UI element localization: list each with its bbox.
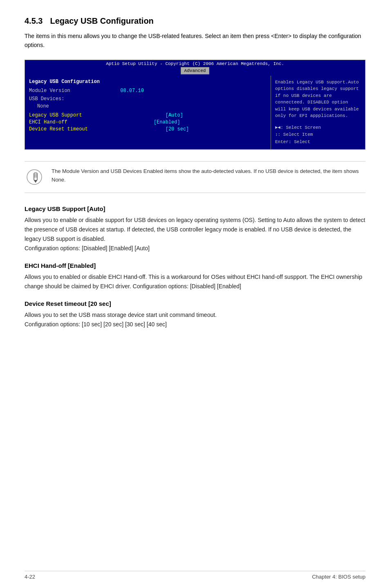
bios-item-device-reset: Device Reset timeout[20 sec] [29, 126, 267, 132]
subsection-body-legacy-usb: Allows you to enable or disable support … [25, 215, 365, 253]
section-heading: 4.5.3Legacy USB Configuration [25, 16, 365, 26]
subsection-body-device-reset: Allows you to set the USB mass storage d… [25, 310, 365, 329]
bios-screenshot: Aptio Setup Utility - Copyright (C) 2006… [25, 60, 365, 150]
bios-content: Legacy USB Configuration Module Version … [25, 76, 365, 149]
bios-nav: ►◄: Select Screen ↕: Select Item Enter: … [275, 124, 361, 146]
note-icon [25, 167, 44, 187]
svg-marker-2 [34, 180, 37, 183]
bios-item-module-version: Module Version 08.07.10 [29, 88, 267, 94]
bios-titlebar: Aptio Setup Utility - Copyright (C) 2006… [25, 60, 365, 76]
bios-right-panel: Enables Legacy USB support.Auto options … [271, 76, 365, 149]
svg-rect-1 [34, 173, 37, 180]
bios-tab: Advanced [181, 67, 210, 74]
bios-nav-enter: Enter: Select [275, 139, 361, 146]
footer: 4-22 Chapter 4: BIOS setup [25, 571, 365, 580]
bios-item-usb-none: None [29, 103, 267, 109]
note-text: The Module Version and USB Devices Enabl… [52, 167, 365, 184]
section-number: 4.5.3 [25, 16, 43, 25]
bios-nav-screen: ►◄: Select Screen [275, 124, 361, 131]
bios-menu-title: Legacy USB Configuration [29, 79, 267, 85]
bios-item-usb-devices: USB Devices: [29, 96, 267, 102]
subsection-body-ehci: Allows you to enabled or disable EHCI Ha… [25, 272, 365, 291]
bios-item-legacy-usb: Legacy USB Support[Auto] [29, 112, 267, 118]
pencil-icon [26, 169, 43, 185]
bios-left-panel: Legacy USB Configuration Module Version … [25, 76, 271, 149]
bios-nav-item: ↕: Select Item [275, 131, 361, 138]
bios-help-text: Enables Legacy USB support.Auto options … [275, 79, 361, 119]
subsection-ehci-handoff: EHCI Hand-off [Enabled] Allows you to en… [25, 262, 365, 291]
subsection-title-ehci: EHCI Hand-off [Enabled] [25, 262, 365, 269]
bios-item-ehci: EHCI Hand-off[Enabled] [29, 119, 267, 125]
subsection-title-device-reset: Device Reset timeout [20 sec] [25, 300, 365, 307]
note-box: The Module Version and USB Devices Enabl… [25, 161, 365, 193]
subsections: Legacy USB Support [Auto] Allows you to … [25, 205, 365, 330]
subsection-device-reset-timeout: Device Reset timeout [20 sec] Allows you… [25, 300, 365, 329]
footer-chapter: Chapter 4: BIOS setup [312, 574, 365, 580]
subsection-legacy-usb-support: Legacy USB Support [Auto] Allows you to … [25, 205, 365, 253]
footer-page-number: 4-22 [25, 574, 35, 580]
section-title: Legacy USB Configuration [50, 16, 153, 25]
intro-text: The items in this menu allows you to cha… [25, 31, 365, 50]
subsection-title-legacy-usb: Legacy USB Support [Auto] [25, 205, 365, 212]
